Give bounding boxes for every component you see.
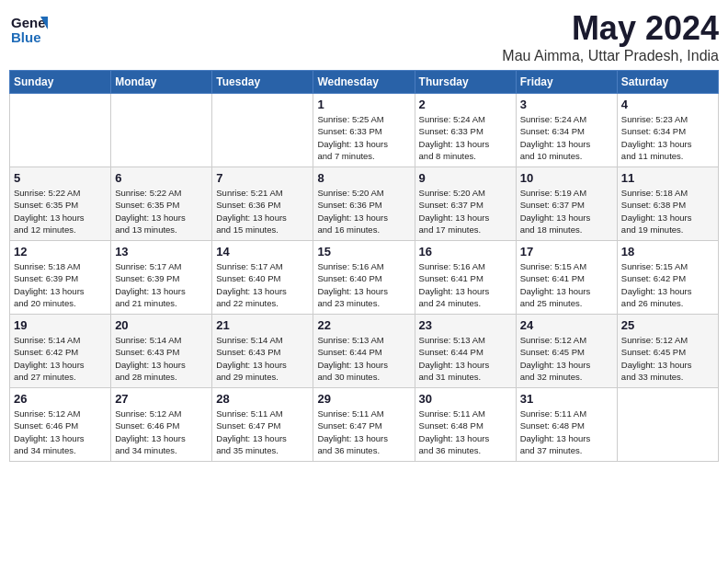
calendar-cell: 24Sunrise: 5:12 AMSunset: 6:45 PMDayligh… [516, 315, 617, 388]
day-number: 24 [520, 318, 613, 332]
day-info: Sunrise: 5:16 AMSunset: 6:41 PMDaylight:… [419, 260, 512, 309]
calendar-week-row: 19Sunrise: 5:14 AMSunset: 6:42 PMDayligh… [10, 315, 719, 388]
day-number: 3 [520, 98, 613, 111]
logo: General Blue [9, 9, 48, 52]
calendar-week-row: 26Sunrise: 5:12 AMSunset: 6:46 PMDayligh… [10, 388, 719, 462]
calendar-cell: 19Sunrise: 5:14 AMSunset: 6:42 PMDayligh… [10, 315, 111, 388]
day-number: 27 [115, 392, 208, 406]
day-info: Sunrise: 5:18 AMSunset: 6:38 PMDaylight:… [621, 187, 714, 236]
calendar-cell: 26Sunrise: 5:12 AMSunset: 6:46 PMDayligh… [10, 388, 111, 462]
calendar-cell: 22Sunrise: 5:13 AMSunset: 6:44 PMDayligh… [313, 315, 415, 388]
day-info: Sunrise: 5:15 AMSunset: 6:41 PMDaylight:… [520, 260, 613, 309]
day-info: Sunrise: 5:13 AMSunset: 6:44 PMDaylight:… [419, 334, 512, 383]
svg-text:Blue: Blue [11, 29, 41, 45]
calendar-cell [111, 94, 212, 167]
weekday-header-wednesday: Wednesday [313, 71, 415, 94]
calendar-cell: 20Sunrise: 5:14 AMSunset: 6:43 PMDayligh… [111, 315, 212, 388]
day-info: Sunrise: 5:16 AMSunset: 6:40 PMDaylight:… [317, 260, 410, 309]
day-number: 10 [520, 171, 613, 185]
calendar-cell: 31Sunrise: 5:11 AMSunset: 6:48 PMDayligh… [516, 388, 617, 462]
day-info: Sunrise: 5:25 AMSunset: 6:33 PMDaylight:… [317, 113, 410, 162]
day-info: Sunrise: 5:20 AMSunset: 6:36 PMDaylight:… [317, 187, 410, 236]
day-number: 22 [317, 318, 410, 332]
calendar-cell: 10Sunrise: 5:19 AMSunset: 6:37 PMDayligh… [516, 167, 617, 241]
day-info: Sunrise: 5:24 AMSunset: 6:33 PMDaylight:… [419, 113, 512, 162]
day-info: Sunrise: 5:12 AMSunset: 6:45 PMDaylight:… [520, 334, 613, 383]
page-header: General Blue May 2024 Mau Aimma, Uttar P… [9, 9, 719, 64]
day-info: Sunrise: 5:24 AMSunset: 6:34 PMDaylight:… [520, 113, 613, 162]
calendar-week-row: 5Sunrise: 5:22 AMSunset: 6:35 PMDaylight… [10, 167, 719, 241]
calendar-cell: 2Sunrise: 5:24 AMSunset: 6:33 PMDaylight… [415, 94, 516, 167]
day-info: Sunrise: 5:17 AMSunset: 6:39 PMDaylight:… [115, 260, 208, 309]
title-block: May 2024 Mau Aimma, Uttar Pradesh, India [502, 9, 719, 64]
calendar-table: SundayMondayTuesdayWednesdayThursdayFrid… [9, 70, 719, 462]
day-number: 19 [14, 318, 107, 332]
calendar-cell: 1Sunrise: 5:25 AMSunset: 6:33 PMDaylight… [313, 94, 415, 167]
calendar-cell: 23Sunrise: 5:13 AMSunset: 6:44 PMDayligh… [415, 315, 516, 388]
day-info: Sunrise: 5:20 AMSunset: 6:37 PMDaylight:… [419, 187, 512, 236]
calendar-cell: 12Sunrise: 5:18 AMSunset: 6:39 PMDayligh… [10, 241, 111, 315]
calendar-cell: 28Sunrise: 5:11 AMSunset: 6:47 PMDayligh… [212, 388, 313, 462]
page-title: May 2024 [502, 9, 719, 48]
day-info: Sunrise: 5:11 AMSunset: 6:47 PMDaylight:… [216, 408, 309, 456]
day-number: 15 [317, 245, 410, 259]
day-number: 18 [621, 245, 714, 259]
day-number: 20 [115, 318, 208, 332]
day-info: Sunrise: 5:14 AMSunset: 6:43 PMDaylight:… [216, 334, 309, 383]
weekday-header-tuesday: Tuesday [212, 71, 313, 94]
weekday-header-saturday: Saturday [617, 71, 718, 94]
calendar-cell: 11Sunrise: 5:18 AMSunset: 6:38 PMDayligh… [617, 167, 718, 241]
day-number: 31 [520, 392, 613, 406]
day-info: Sunrise: 5:11 AMSunset: 6:48 PMDaylight:… [520, 408, 613, 456]
day-number: 23 [419, 318, 512, 332]
weekday-header-monday: Monday [111, 71, 212, 94]
day-number: 16 [419, 245, 512, 259]
day-number: 25 [621, 318, 714, 332]
day-info: Sunrise: 5:12 AMSunset: 6:46 PMDaylight:… [115, 408, 208, 456]
day-number: 21 [216, 318, 309, 332]
weekday-header-friday: Friday [516, 71, 617, 94]
calendar-cell: 17Sunrise: 5:15 AMSunset: 6:41 PMDayligh… [516, 241, 617, 315]
calendar-cell: 14Sunrise: 5:17 AMSunset: 6:40 PMDayligh… [212, 241, 313, 315]
calendar-cell: 13Sunrise: 5:17 AMSunset: 6:39 PMDayligh… [111, 241, 212, 315]
day-info: Sunrise: 5:14 AMSunset: 6:42 PMDaylight:… [14, 334, 107, 383]
day-number: 4 [621, 98, 714, 111]
calendar-cell: 21Sunrise: 5:14 AMSunset: 6:43 PMDayligh… [212, 315, 313, 388]
page-subtitle: Mau Aimma, Uttar Pradesh, India [502, 48, 719, 64]
calendar-cell: 6Sunrise: 5:22 AMSunset: 6:35 PMDaylight… [111, 167, 212, 241]
day-number: 29 [317, 392, 410, 406]
day-info: Sunrise: 5:23 AMSunset: 6:34 PMDaylight:… [621, 113, 714, 162]
weekday-header-row: SundayMondayTuesdayWednesdayThursdayFrid… [10, 71, 719, 94]
day-info: Sunrise: 5:12 AMSunset: 6:46 PMDaylight:… [14, 408, 107, 456]
day-info: Sunrise: 5:11 AMSunset: 6:48 PMDaylight:… [419, 408, 512, 456]
calendar-cell: 16Sunrise: 5:16 AMSunset: 6:41 PMDayligh… [415, 241, 516, 315]
calendar-week-row: 12Sunrise: 5:18 AMSunset: 6:39 PMDayligh… [10, 241, 719, 315]
calendar-cell [10, 94, 111, 167]
calendar-cell: 15Sunrise: 5:16 AMSunset: 6:40 PMDayligh… [313, 241, 415, 315]
calendar-cell: 18Sunrise: 5:15 AMSunset: 6:42 PMDayligh… [617, 241, 718, 315]
weekday-header-thursday: Thursday [415, 71, 516, 94]
day-number: 12 [14, 245, 107, 259]
day-info: Sunrise: 5:12 AMSunset: 6:45 PMDaylight:… [621, 334, 714, 383]
day-info: Sunrise: 5:21 AMSunset: 6:36 PMDaylight:… [216, 187, 309, 236]
day-number: 13 [115, 245, 208, 259]
day-info: Sunrise: 5:19 AMSunset: 6:37 PMDaylight:… [520, 187, 613, 236]
day-number: 7 [216, 171, 309, 185]
day-number: 30 [419, 392, 512, 406]
day-info: Sunrise: 5:17 AMSunset: 6:40 PMDaylight:… [216, 260, 309, 309]
day-number: 9 [419, 171, 512, 185]
calendar-cell: 4Sunrise: 5:23 AMSunset: 6:34 PMDaylight… [617, 94, 718, 167]
day-info: Sunrise: 5:15 AMSunset: 6:42 PMDaylight:… [621, 260, 714, 309]
calendar-cell: 25Sunrise: 5:12 AMSunset: 6:45 PMDayligh… [617, 315, 718, 388]
day-info: Sunrise: 5:14 AMSunset: 6:43 PMDaylight:… [115, 334, 208, 383]
calendar-cell [617, 388, 718, 462]
day-number: 2 [419, 98, 512, 111]
day-number: 5 [14, 171, 107, 185]
calendar-cell: 30Sunrise: 5:11 AMSunset: 6:48 PMDayligh… [415, 388, 516, 462]
day-number: 26 [14, 392, 107, 406]
day-number: 11 [621, 171, 714, 185]
calendar-cell: 3Sunrise: 5:24 AMSunset: 6:34 PMDaylight… [516, 94, 617, 167]
calendar-cell: 29Sunrise: 5:11 AMSunset: 6:47 PMDayligh… [313, 388, 415, 462]
calendar-cell: 7Sunrise: 5:21 AMSunset: 6:36 PMDaylight… [212, 167, 313, 241]
day-number: 17 [520, 245, 613, 259]
